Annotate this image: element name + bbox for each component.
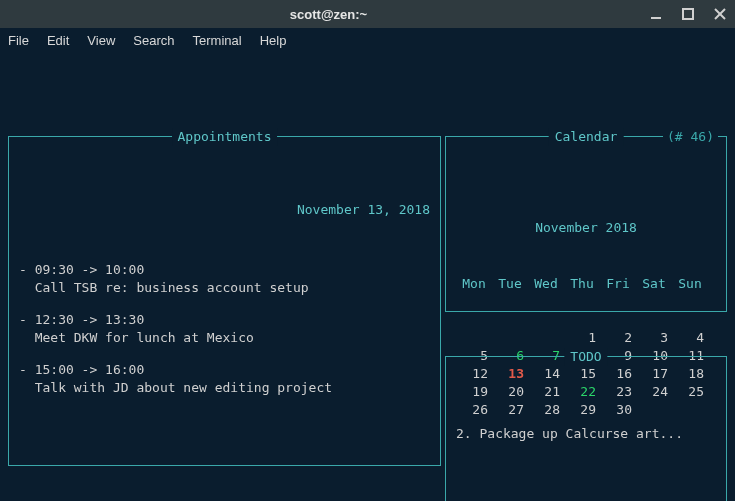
calendar-cell — [528, 329, 564, 347]
calendar-day-header: Tue — [492, 275, 528, 293]
menu-edit[interactable]: Edit — [47, 33, 69, 48]
maximize-icon[interactable] — [681, 7, 695, 21]
appointments-title: Appointments — [172, 128, 278, 146]
calendar-panel[interactable]: Calendar (# 46) November 2018 MonTueWedT… — [445, 136, 727, 312]
calendar-day-header: Wed — [528, 275, 564, 293]
appointment-time: - 09:30 -> 10:00 — [19, 261, 430, 279]
calendar-cell — [456, 329, 492, 347]
appointment-time: - 12:30 -> 13:30 — [19, 311, 430, 329]
appointment-desc: Call TSB re: business account setup — [19, 279, 430, 297]
window-title: scott@zen:~ — [8, 7, 649, 22]
menu-search[interactable]: Search — [133, 33, 174, 48]
appointment-time: - 15:00 -> 16:00 — [19, 361, 430, 379]
calendar-day-header: Fri — [600, 275, 636, 293]
todo-panel[interactable]: TODO 2. Package up Calcurse art... — [445, 356, 727, 501]
appointment-desc: Meet DKW for lunch at Mexico — [19, 329, 430, 347]
menu-bar: File Edit View Search Terminal Help — [0, 28, 735, 52]
close-icon[interactable] — [713, 7, 727, 21]
window-titlebar: scott@zen:~ — [0, 0, 735, 28]
menu-file[interactable]: File — [8, 33, 29, 48]
calendar-day-headers: MonTueWedThuFriSatSun — [456, 275, 716, 293]
appointment-item[interactable]: - 09:30 -> 10:00 Call TSB re: business a… — [19, 261, 430, 297]
calendar-month: November 2018 — [456, 219, 716, 237]
todo-title: TODO — [564, 348, 607, 366]
calendar-cell[interactable]: 2 — [600, 329, 636, 347]
todo-item[interactable]: 2. Package up Calcurse art... — [456, 425, 716, 443]
appointments-panel[interactable]: Appointments November 13, 2018 - 09:30 -… — [8, 136, 441, 466]
calendar-day-header: Mon — [456, 275, 492, 293]
calendar-day-header: Sat — [636, 275, 672, 293]
svg-rect-1 — [683, 9, 693, 19]
appointment-desc: Talk with JD about new editing project — [19, 379, 430, 397]
window-buttons — [649, 7, 727, 21]
calendar-cell[interactable]: 3 — [636, 329, 672, 347]
menu-help[interactable]: Help — [260, 33, 287, 48]
terminal-area[interactable]: Appointments November 13, 2018 - 09:30 -… — [0, 52, 735, 501]
calendar-weeknum: (# 46) — [663, 128, 718, 146]
calendar-day-header: Sun — [672, 275, 708, 293]
menu-terminal[interactable]: Terminal — [193, 33, 242, 48]
calendar-cell[interactable]: 4 — [672, 329, 708, 347]
calendar-day-header: Thu — [564, 275, 600, 293]
calendar-cell[interactable]: 1 — [564, 329, 600, 347]
appointments-date: November 13, 2018 — [19, 201, 430, 219]
calendar-cell — [492, 329, 528, 347]
appointment-item[interactable]: - 12:30 -> 13:30 Meet DKW for lunch at M… — [19, 311, 430, 347]
calendar-title: Calendar — [549, 128, 624, 146]
appointment-item[interactable]: - 15:00 -> 16:00 Talk with JD about new … — [19, 361, 430, 397]
menu-view[interactable]: View — [87, 33, 115, 48]
minimize-icon[interactable] — [649, 7, 663, 21]
